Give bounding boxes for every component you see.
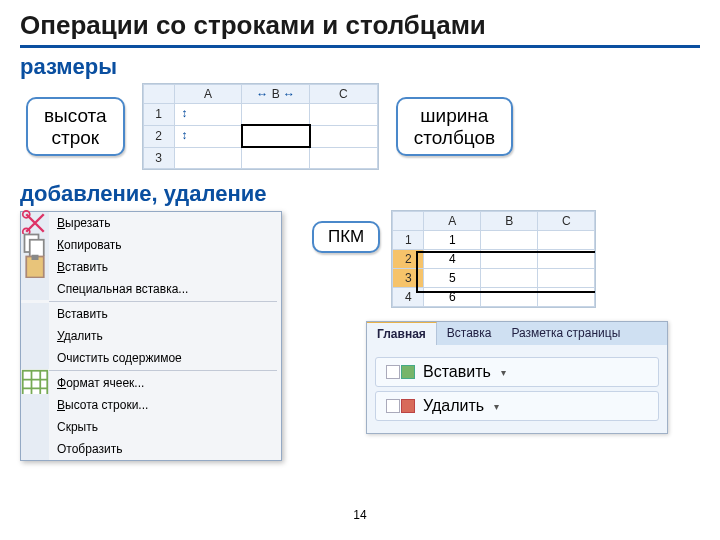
menu-hide[interactable]: Скрыть [21, 416, 281, 438]
dropdown-icon[interactable]: ▾ [494, 401, 499, 412]
page-title: Операции со строками и столбцами [20, 10, 700, 48]
col-A[interactable]: A [174, 85, 242, 104]
context-menu: Вырезать Копировать Вставить Специальная… [20, 211, 282, 461]
menu-copy[interactable]: Копировать [21, 234, 281, 256]
col-B[interactable]: B [481, 212, 538, 231]
menu-row-height[interactable]: Высота строки... [21, 394, 281, 416]
selected-row-2[interactable]: 2 [393, 250, 424, 269]
ribbon: Главная Вставка Разметка страницы Встави… [366, 321, 668, 434]
svg-rect-5 [32, 255, 39, 260]
selected-row-3[interactable]: 3 [393, 269, 424, 288]
menu-clear-contents[interactable]: Очистить содержимое [21, 347, 281, 369]
paste-icon [21, 256, 49, 278]
tab-page-layout[interactable]: Разметка страницы [501, 322, 630, 345]
menu-cut[interactable]: Вырезать [21, 212, 281, 234]
tab-insert[interactable]: Вставка [437, 322, 502, 345]
row-2[interactable]: 2 [143, 125, 174, 147]
ribbon-delete-button[interactable]: Удалить▾ [375, 391, 659, 421]
selected-cell[interactable] [242, 125, 310, 147]
delete-cells-icon [386, 399, 415, 413]
page-number: 14 [353, 508, 366, 522]
callout-rmb: ПКМ [312, 221, 380, 253]
sizing-grid: A ↔ B ↔ C 1↔ 2↔ 3 [143, 84, 378, 169]
dropdown-icon[interactable]: ▾ [501, 367, 506, 378]
resize-row-icon[interactable]: ↔ [178, 130, 192, 142]
subtitle-add-delete: добавление, удаление [20, 181, 700, 207]
col-C[interactable]: C [310, 85, 378, 104]
menu-unhide[interactable]: Отобразить [21, 438, 281, 460]
svg-rect-6 [23, 371, 48, 396]
row-1[interactable]: 1 [143, 104, 174, 126]
insert-cells-icon [386, 365, 415, 379]
callout-row-height: высота строк [26, 97, 125, 157]
resize-col-icon[interactable]: ↔ [283, 87, 295, 101]
menu-delete[interactable]: Удалить [21, 325, 281, 347]
tab-home[interactable]: Главная [367, 322, 437, 345]
subtitle-sizes: размеры [20, 54, 700, 80]
resize-row-icon[interactable]: ↔ [178, 108, 192, 120]
ribbon-insert-button[interactable]: Вставить▾ [375, 357, 659, 387]
col-B[interactable]: ↔ B ↔ [242, 85, 310, 104]
resize-col-icon[interactable]: ↔ [256, 87, 268, 101]
row-3[interactable]: 3 [143, 147, 174, 169]
col-A[interactable]: A [424, 212, 481, 231]
data-grid: ABC 11 24 35 46 [392, 211, 595, 307]
callout-col-width: ширина столбцов [396, 97, 513, 157]
menu-format-cells[interactable]: Формат ячеек... [21, 372, 281, 394]
grid-icon [21, 372, 49, 394]
col-C[interactable]: C [538, 212, 595, 231]
menu-insert[interactable]: Вставить [21, 303, 281, 325]
menu-paste-special[interactable]: Специальная вставка... [21, 278, 281, 300]
menu-paste[interactable]: Вставить [21, 256, 281, 278]
